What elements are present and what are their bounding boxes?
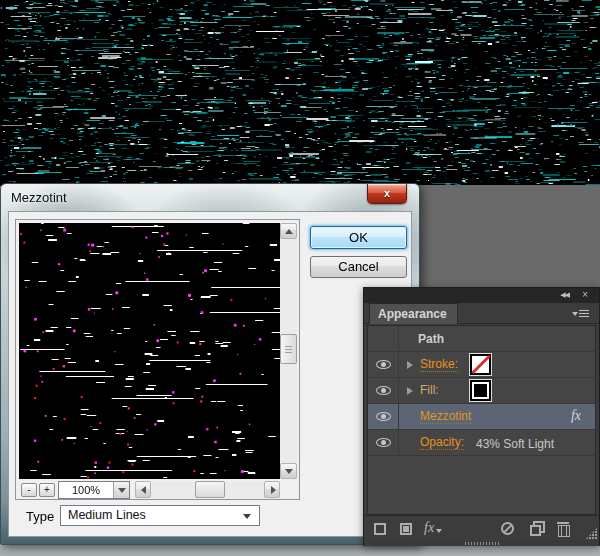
opacity-value: 43% Soft Light — [476, 437, 554, 451]
delete-item-icon[interactable] — [557, 521, 569, 536]
tab-appearance[interactable]: Appearance — [369, 303, 458, 324]
panel-tabrow: Appearance — [364, 303, 599, 324]
appearance-panel: ◀◀ × Appearance Path Stroke: Fill: — [363, 287, 600, 546]
opacity-link[interactable]: Opacity: — [420, 436, 464, 450]
zoom-out-button[interactable]: - — [21, 483, 37, 497]
add-new-fill-icon[interactable] — [400, 523, 412, 535]
dialog-title: Mezzotint — [11, 190, 67, 205]
vertical-scroll-thumb[interactable] — [280, 334, 297, 364]
fill-label[interactable]: Fill: — [420, 384, 439, 397]
mezzotint-artwork-texture — [0, 0, 600, 186]
scroll-right-button[interactable] — [264, 481, 280, 498]
panel-close-icon[interactable]: × — [582, 289, 588, 300]
eye-icon[interactable] — [376, 360, 391, 369]
visibility-cell — [368, 378, 399, 403]
appearance-row-stroke[interactable]: Stroke: — [368, 352, 595, 378]
appearance-row-fill[interactable]: Fill: — [368, 378, 595, 404]
panel-toolbar: fx — [364, 515, 599, 541]
expand-triangle-icon[interactable] — [407, 387, 413, 395]
panel-menu-icon[interactable] — [572, 310, 589, 319]
path-header-row[interactable]: Path — [368, 326, 595, 352]
visibility-cell — [368, 430, 399, 455]
fx-badge: fx — [571, 408, 581, 424]
panel-topbar: ◀◀ × — [364, 288, 599, 303]
visibility-cell — [368, 404, 399, 429]
scroll-up-button[interactable] — [280, 223, 297, 239]
zoom-dropdown-button[interactable] — [113, 482, 129, 498]
type-label: Type — [26, 509, 54, 524]
path-header-label: Path — [418, 332, 444, 346]
horizontal-scroll-thumb[interactable] — [195, 481, 225, 498]
appearance-row-opacity[interactable]: Opacity: 43% Soft Light — [368, 430, 595, 456]
illustrator-workspace: Mezzotint x - + 100% — [0, 0, 600, 556]
stroke-none-swatch[interactable] — [470, 354, 491, 375]
zoom-level-control[interactable]: 100% — [58, 481, 130, 499]
zoom-in-button[interactable]: + — [39, 483, 55, 497]
close-button[interactable]: x — [367, 184, 407, 204]
fill-black-swatch[interactable] — [470, 380, 491, 401]
eye-icon[interactable] — [376, 386, 391, 395]
panel-resize-handle[interactable] — [364, 541, 599, 546]
add-new-stroke-icon[interactable] — [374, 523, 386, 535]
chevron-down-icon — [118, 488, 126, 493]
scroll-down-button[interactable] — [280, 463, 297, 479]
cancel-button[interactable]: Cancel — [310, 256, 407, 278]
filter-preview-image[interactable] — [19, 223, 280, 479]
expand-triangle-icon[interactable] — [407, 361, 413, 369]
arrow-up-icon — [285, 229, 293, 234]
eye-icon[interactable] — [376, 412, 391, 421]
clear-appearance-icon[interactable] — [501, 522, 514, 535]
app-background — [412, 185, 600, 300]
duplicate-item-icon[interactable] — [530, 521, 545, 536]
arrow-left-icon — [141, 486, 146, 494]
vertical-scrollbar[interactable] — [280, 223, 297, 479]
eye-icon[interactable] — [376, 438, 391, 447]
zoom-level-value: 100% — [59, 484, 113, 496]
visibility-cell — [368, 352, 399, 377]
collapse-to-icons-icon[interactable]: ◀◀ — [560, 291, 569, 299]
mezzotint-effect-link[interactable]: Mezzotint — [420, 410, 471, 424]
mezzotint-dialog: Mezzotint x - + 100% — [0, 183, 420, 545]
ok-button[interactable]: OK — [310, 226, 407, 249]
panel-resize-grip[interactable] — [586, 528, 597, 539]
type-dropdown-value: Medium Lines — [68, 508, 146, 522]
stroke-link[interactable]: Stroke: — [420, 358, 458, 372]
preview-frame: - + 100% — [15, 219, 300, 500]
dialog-body: - + 100% OK Cancel Type Medium Lines — [8, 211, 412, 537]
visibility-cell — [368, 326, 399, 351]
horizontal-scrollbar[interactable] — [135, 481, 280, 498]
scroll-left-button[interactable] — [135, 481, 151, 498]
arrow-down-icon — [285, 469, 293, 474]
add-new-effect-icon[interactable]: fx — [424, 520, 434, 536]
chevron-down-icon — [243, 514, 251, 519]
arrow-right-icon — [271, 486, 276, 494]
type-dropdown[interactable]: Medium Lines — [60, 505, 260, 526]
appearance-list: Path Stroke: Fill: Mezzotint fx — [367, 325, 596, 515]
appearance-row-mezzotint[interactable]: Mezzotint fx — [368, 404, 595, 430]
